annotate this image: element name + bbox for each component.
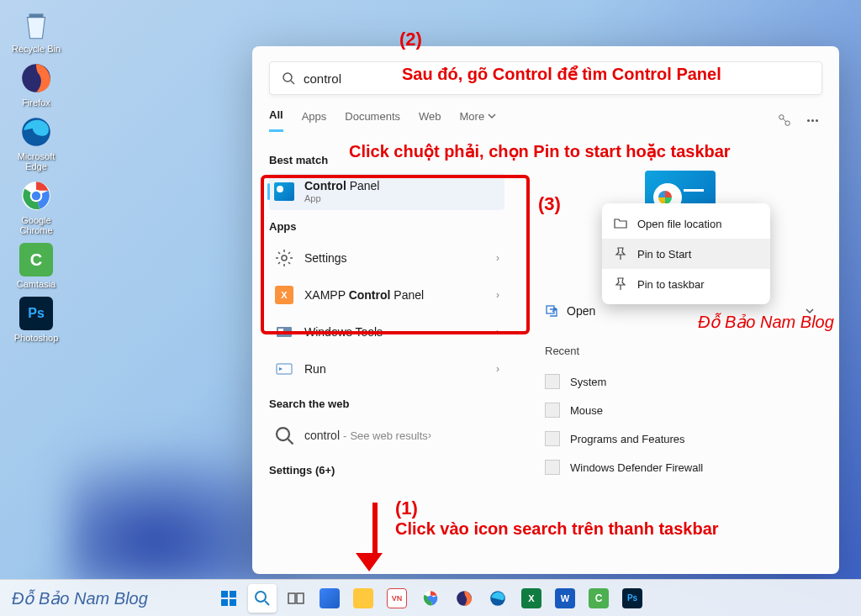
xampp-icon: X xyxy=(274,285,294,305)
feedback-icon[interactable] xyxy=(777,113,792,128)
taskbar-edge[interactable] xyxy=(483,584,512,613)
result-run[interactable]: Run › xyxy=(269,350,504,387)
desktop-icon-recycle-bin[interactable]: Recycle Bin xyxy=(7,7,66,54)
taskbar-firefox[interactable] xyxy=(450,584,478,613)
annotation-number-2: (2) xyxy=(399,29,422,50)
svg-point-14 xyxy=(277,428,289,440)
context-menu: Open file location Pin to Start Pin to t… xyxy=(602,203,770,304)
results-column: Best match Control Panel App Apps Settin… xyxy=(252,137,521,574)
recent-item[interactable]: Windows Defender Firewall xyxy=(545,453,816,482)
recent-item[interactable]: Mouse xyxy=(545,396,816,424)
search-icon xyxy=(282,71,295,85)
annotation-arrow xyxy=(367,503,383,571)
desktop-icon-chrome[interactable]: Google Chrome xyxy=(7,178,66,235)
taskbar-unikey[interactable]: VN xyxy=(383,584,411,613)
recent-item[interactable]: System xyxy=(545,367,816,396)
desktop-icon-label: Photoshop xyxy=(14,333,59,343)
search-icon xyxy=(274,425,294,445)
tab-more[interactable]: More xyxy=(460,110,497,131)
svg-rect-12 xyxy=(278,329,283,332)
taskbar-widgets[interactable] xyxy=(315,584,344,613)
tab-web[interactable]: Web xyxy=(419,110,441,131)
annotation-number-3: (3) xyxy=(538,193,561,215)
desktop-icon-label: Microsoft Edge xyxy=(7,151,66,171)
ctx-open-file-location[interactable]: Open file location xyxy=(602,208,770,239)
tab-all[interactable]: All xyxy=(269,108,283,132)
taskbar-task-view[interactable] xyxy=(282,584,310,613)
desktop-icon-camtasia[interactable]: C Camtasia xyxy=(7,242,66,289)
annotation-step-2: Sau đó, gõ Control để tìm Control Panel xyxy=(402,64,721,84)
more-icon[interactable] xyxy=(807,113,822,128)
svg-line-15 xyxy=(288,440,293,445)
result-settings[interactable]: Settings › xyxy=(269,240,504,276)
section-settings-more[interactable]: Settings (6+) xyxy=(269,464,504,476)
desktop-icon-label: Recycle Bin xyxy=(12,44,61,54)
tab-apps[interactable]: Apps xyxy=(302,110,327,131)
search-tabs: All Apps Documents Web More xyxy=(252,103,839,137)
svg-rect-23 xyxy=(288,593,295,603)
desktop-icon-label: Firefox xyxy=(22,97,50,108)
svg-point-5 xyxy=(32,192,41,201)
taskbar-word[interactable]: W xyxy=(551,584,579,613)
recent-item-icon xyxy=(545,431,560,446)
recent-item[interactable]: Programs and Features xyxy=(545,424,816,453)
chevron-right-icon: › xyxy=(496,363,499,375)
chevron-right-icon: › xyxy=(496,289,499,301)
annotation-step-1: Click vào icon search trên thanh taskbar xyxy=(395,519,719,539)
svg-point-6 xyxy=(283,73,292,82)
svg-rect-13 xyxy=(277,364,292,374)
taskbar-excel[interactable]: X xyxy=(517,584,546,613)
taskbar-photoshop[interactable]: Ps xyxy=(618,584,647,613)
folder-icon xyxy=(614,217,627,230)
svg-rect-24 xyxy=(297,593,304,603)
desktop-icon-edge[interactable]: Microsoft Edge xyxy=(7,114,66,171)
svg-line-7 xyxy=(291,81,294,84)
recent-heading: Recent xyxy=(545,345,816,357)
pin-icon xyxy=(614,247,627,261)
taskbar-explorer[interactable] xyxy=(349,584,378,613)
result-xampp[interactable]: X XAMPP Control Panel › xyxy=(269,276,504,313)
chevron-right-icon: › xyxy=(496,252,499,264)
ctx-pin-to-taskbar[interactable]: Pin to taskbar xyxy=(602,269,770,299)
ctx-pin-to-start[interactable]: Pin to Start xyxy=(602,239,770,269)
run-icon xyxy=(274,359,294,379)
pin-icon xyxy=(614,277,627,291)
chevron-right-icon: › xyxy=(496,326,499,338)
control-panel-icon xyxy=(274,182,294,202)
chevron-right-icon: › xyxy=(428,429,431,441)
search-panel: All Apps Documents Web More Best match C… xyxy=(252,46,839,574)
open-icon xyxy=(545,304,558,318)
section-apps: Apps xyxy=(269,220,504,233)
taskbar-chrome[interactable] xyxy=(416,584,445,613)
desktop-icon-label: Google Chrome xyxy=(7,215,66,235)
svg-point-26 xyxy=(428,595,434,601)
svg-point-21 xyxy=(256,592,266,602)
taskbar: Đỗ Bảo Nam Blog VN X W C Ps xyxy=(0,579,861,616)
svg-line-22 xyxy=(265,601,269,605)
svg-rect-20 xyxy=(230,599,236,606)
details-pane: Control Panel App Open Recent System Mou… xyxy=(521,137,839,574)
taskbar-search[interactable] xyxy=(248,584,277,613)
section-search-web: Search the web xyxy=(269,398,504,410)
tools-icon xyxy=(274,322,294,342)
svg-rect-17 xyxy=(221,591,228,598)
desktop-icon-photoshop[interactable]: Ps Photoshop xyxy=(7,296,66,343)
annotation-step-3: Click chuột phải, chọn Pin to start hoặc… xyxy=(349,141,731,161)
desktop-icon-label: Camtasia xyxy=(17,279,55,289)
desktop: Recycle Bin Firefox Microsoft Edge Googl… xyxy=(7,7,66,343)
svg-point-10 xyxy=(282,255,287,261)
open-button[interactable]: Open xyxy=(545,304,595,318)
tab-documents[interactable]: Documents xyxy=(345,110,400,131)
desktop-icon-firefox[interactable]: Firefox xyxy=(7,61,66,108)
recent-item-icon xyxy=(545,403,560,418)
gear-icon xyxy=(274,248,294,268)
result-web-search[interactable]: control - See web results › xyxy=(269,417,504,454)
svg-rect-19 xyxy=(221,599,228,606)
result-windows-tools[interactable]: Windows Tools › xyxy=(269,313,504,350)
svg-rect-18 xyxy=(230,591,236,598)
taskbar-camtasia[interactable]: C xyxy=(584,584,613,613)
taskbar-blog-name: Đỗ Bảo Nam Blog xyxy=(12,588,148,608)
start-button[interactable] xyxy=(214,584,243,613)
watermark: Đỗ Bảo Nam Blog xyxy=(698,312,834,332)
result-control-panel[interactable]: Control Panel App xyxy=(269,173,504,210)
